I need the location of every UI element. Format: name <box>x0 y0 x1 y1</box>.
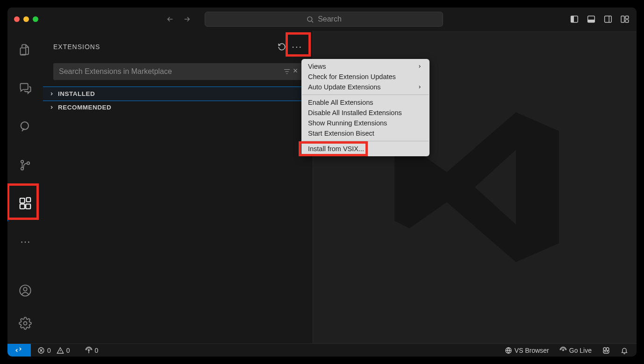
svg-point-28 <box>605 351 606 352</box>
status-bar: 0 0 0 VS Browser Go Live <box>7 343 637 357</box>
search-placeholder: Search <box>318 15 342 23</box>
menu-start-bisect[interactable]: Start Extension Bisect <box>301 128 429 138</box>
svg-rect-16 <box>20 204 25 209</box>
svg-point-14 <box>27 162 29 164</box>
svg-rect-8 <box>625 16 629 19</box>
status-warnings[interactable]: 0 <box>57 347 70 354</box>
svg-rect-4 <box>588 20 594 22</box>
global-search-input[interactable]: Search <box>205 12 443 27</box>
chevron-right-icon <box>417 64 422 69</box>
svg-rect-5 <box>605 16 612 22</box>
more-tabs[interactable]: ⋯ <box>14 231 36 253</box>
svg-rect-2 <box>571 16 573 22</box>
svg-point-25 <box>562 349 564 351</box>
status-copilot-icon[interactable] <box>602 346 610 355</box>
svg-point-20 <box>23 287 27 291</box>
menu-show-running[interactable]: Show Running Extensions <box>301 118 429 128</box>
svg-point-21 <box>24 322 27 325</box>
back-button[interactable] <box>165 14 176 25</box>
recommended-label: RECOMMENDED <box>58 104 111 111</box>
close-window-button[interactable] <box>14 16 20 22</box>
remote-button[interactable] <box>7 344 31 357</box>
menu-separator <box>302 95 429 95</box>
installed-label: INSTALLED <box>58 90 95 97</box>
filter-icon[interactable] <box>283 67 291 76</box>
svg-rect-17 <box>26 204 30 209</box>
settings-button[interactable] <box>14 313 36 334</box>
search-tab[interactable] <box>14 116 36 138</box>
toggle-secondary-side-bar-icon[interactable] <box>603 14 613 24</box>
svg-point-29 <box>607 351 608 352</box>
svg-point-27 <box>606 348 609 350</box>
customize-layout-icon[interactable] <box>620 14 630 24</box>
chat-tab[interactable] <box>14 78 36 99</box>
more-actions-button[interactable]: ··· <box>292 41 302 52</box>
svg-point-12 <box>21 160 23 163</box>
activity-bar: ⋯ <box>7 31 43 343</box>
explorer-tab[interactable] <box>14 39 36 61</box>
chevron-right-icon <box>48 91 55 96</box>
status-bell-icon[interactable] <box>621 347 628 354</box>
menu-auto-update[interactable]: Auto Update Extensions <box>301 82 429 92</box>
menu-enable-all[interactable]: Enable All Extensions <box>301 97 429 108</box>
toggle-panel-icon[interactable] <box>586 14 596 24</box>
svg-rect-18 <box>27 198 31 202</box>
window-controls <box>14 16 38 22</box>
accounts-button[interactable] <box>14 280 36 301</box>
extension-search-placeholder: Search Extensions in Marketplace <box>59 67 172 76</box>
sidebar-title: EXTENSIONS <box>53 43 100 51</box>
extensions-tab[interactable] <box>14 193 36 214</box>
menu-disable-all[interactable]: Disable All Installed Extensions <box>301 108 429 118</box>
extensions-more-menu: Views Check for Extension Updates Auto U… <box>301 59 429 156</box>
search-icon <box>306 15 314 23</box>
status-errors[interactable]: 0 <box>37 347 51 354</box>
refresh-button[interactable] <box>278 43 286 51</box>
status-vs-browser[interactable]: VS Browser <box>505 347 549 354</box>
minimize-window-button[interactable] <box>23 16 29 22</box>
svg-rect-10 <box>21 48 26 55</box>
svg-point-23 <box>88 349 89 351</box>
title-bar: Search <box>7 7 637 31</box>
svg-point-11 <box>21 122 29 130</box>
menu-separator <box>302 141 429 141</box>
svg-rect-9 <box>625 20 629 22</box>
svg-rect-15 <box>20 198 25 203</box>
status-ports[interactable]: 0 <box>85 347 99 354</box>
clear-icon[interactable] <box>292 67 299 76</box>
recommended-section-header[interactable]: RECOMMENDED <box>43 101 313 114</box>
chevron-right-icon <box>48 105 55 110</box>
svg-rect-7 <box>621 16 624 22</box>
svg-point-0 <box>308 16 312 21</box>
svg-point-26 <box>603 348 606 350</box>
status-go-live[interactable]: Go Live <box>559 347 592 354</box>
extensions-sidebar: EXTENSIONS ··· Search Extensions in Mark… <box>43 31 313 343</box>
forward-button[interactable] <box>181 14 193 25</box>
menu-install-vsix[interactable]: Install from VSIX... <box>301 144 429 154</box>
toggle-primary-side-bar-icon[interactable] <box>569 14 580 24</box>
menu-check-updates[interactable]: Check for Extension Updates <box>301 72 429 82</box>
chevron-right-icon <box>417 85 422 89</box>
installed-section-header[interactable]: INSTALLED <box>43 87 313 101</box>
extension-search-input[interactable]: Search Extensions in Marketplace <box>53 63 302 80</box>
menu-views[interactable]: Views <box>301 61 429 72</box>
maximize-window-button[interactable] <box>33 16 38 22</box>
source-control-tab[interactable] <box>14 154 36 176</box>
